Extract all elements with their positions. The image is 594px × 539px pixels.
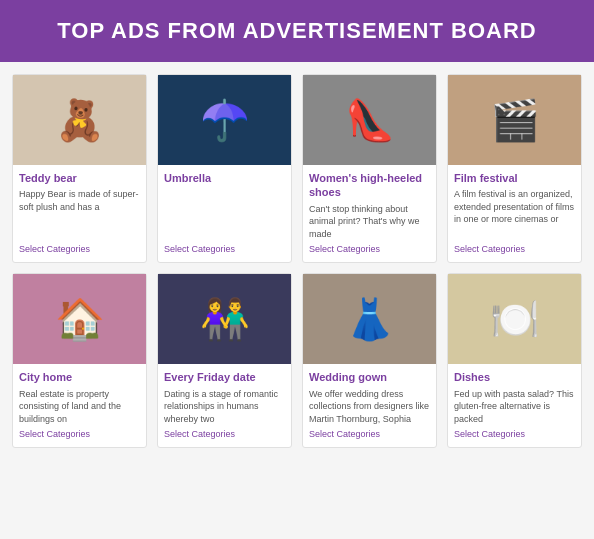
card-film-festival: Film festivalA film festival is an organ… [447, 74, 582, 263]
card-description-city-home: Real estate is property consisting of la… [19, 388, 140, 426]
card-description-wedding-gown: We offer wedding dress collections from … [309, 388, 430, 426]
card-link-friday-date[interactable]: Select Categories [164, 429, 285, 439]
card-image-city-home [13, 274, 146, 364]
card-title-dishes: Dishes [454, 370, 575, 384]
card-link-city-home[interactable]: Select Categories [19, 429, 140, 439]
card-link-wedding-gown[interactable]: Select Categories [309, 429, 430, 439]
card-content-city-home: City homeReal estate is property consist… [13, 370, 146, 439]
card-image-film-festival [448, 75, 581, 165]
card-teddy-bear: Teddy bearHappy Bear is made of super-so… [12, 74, 147, 263]
card-image-dishes [448, 274, 581, 364]
card-title-womens-shoes: Women's high-heeled shoes [309, 171, 430, 200]
card-umbrella: UmbrellaSelect Categories [157, 74, 292, 263]
header-title: TOP ADS FROM ADVERTISEMENT BOARD [0, 0, 594, 62]
card-content-teddy-bear: Teddy bearHappy Bear is made of super-so… [13, 171, 146, 254]
card-description-film-festival: A film festival is an organized, extende… [454, 188, 575, 240]
card-link-teddy-bear[interactable]: Select Categories [19, 244, 140, 254]
card-description-friday-date: Dating is a stage of romantic relationsh… [164, 388, 285, 426]
card-wedding-gown: Wedding gownWe offer wedding dress colle… [302, 273, 437, 448]
card-title-film-festival: Film festival [454, 171, 575, 185]
card-title-wedding-gown: Wedding gown [309, 370, 430, 384]
card-link-womens-shoes[interactable]: Select Categories [309, 244, 430, 254]
card-title-teddy-bear: Teddy bear [19, 171, 140, 185]
card-content-film-festival: Film festivalA film festival is an organ… [448, 171, 581, 254]
card-city-home: City homeReal estate is property consist… [12, 273, 147, 448]
card-description-teddy-bear: Happy Bear is made of super-soft plush a… [19, 188, 140, 240]
card-link-umbrella[interactable]: Select Categories [164, 244, 285, 254]
card-description-womens-shoes: Can't stop thinking about animal print? … [309, 203, 430, 241]
card-womens-shoes: Women's high-heeled shoesCan't stop thin… [302, 74, 437, 263]
card-content-womens-shoes: Women's high-heeled shoesCan't stop thin… [303, 171, 436, 254]
card-content-friday-date: Every Friday dateDating is a stage of ro… [158, 370, 291, 439]
card-image-teddy-bear [13, 75, 146, 165]
card-content-dishes: DishesFed up with pasta salad? This glut… [448, 370, 581, 439]
page-header: TOP ADS FROM ADVERTISEMENT BOARD [0, 0, 594, 62]
card-content-wedding-gown: Wedding gownWe offer wedding dress colle… [303, 370, 436, 439]
card-content-umbrella: UmbrellaSelect Categories [158, 171, 291, 254]
card-friday-date: Every Friday dateDating is a stage of ro… [157, 273, 292, 448]
card-dishes: DishesFed up with pasta salad? This glut… [447, 273, 582, 448]
ads-grid: Teddy bearHappy Bear is made of super-so… [0, 62, 594, 460]
card-title-friday-date: Every Friday date [164, 370, 285, 384]
card-image-womens-shoes [303, 75, 436, 165]
card-image-umbrella [158, 75, 291, 165]
card-link-dishes[interactable]: Select Categories [454, 429, 575, 439]
card-link-film-festival[interactable]: Select Categories [454, 244, 575, 254]
card-image-wedding-gown [303, 274, 436, 364]
card-image-friday-date [158, 274, 291, 364]
card-description-dishes: Fed up with pasta salad? This gluten-fre… [454, 388, 575, 426]
card-title-umbrella: Umbrella [164, 171, 285, 185]
card-title-city-home: City home [19, 370, 140, 384]
